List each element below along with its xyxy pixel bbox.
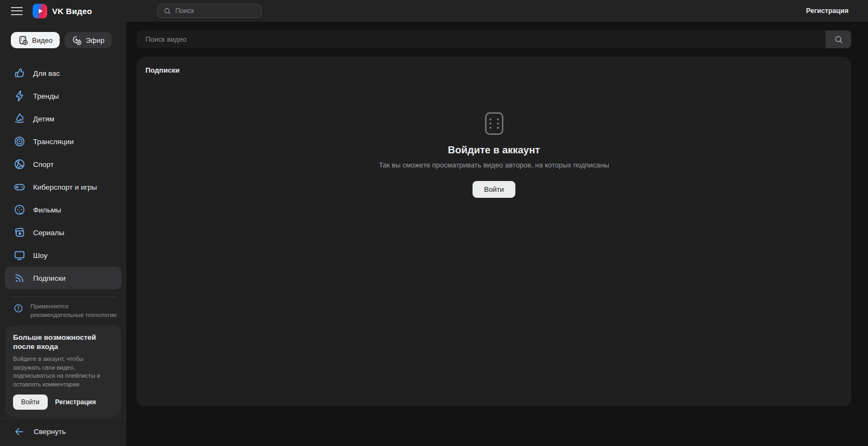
section-title: Подписки <box>137 57 851 74</box>
sidebar-item-label: Спорт <box>33 160 54 169</box>
promo-actions: Войти Регистрация <box>13 395 113 410</box>
sidebar-item-streams[interactable]: Трансляции <box>5 130 122 153</box>
hamburger-menu-button[interactable] <box>11 7 23 15</box>
mode-button-efir-label: Эфир <box>86 36 105 44</box>
mode-switcher: Видео Эфир <box>11 32 121 48</box>
hamburger-line <box>11 10 23 11</box>
arrow-left-icon <box>14 426 25 437</box>
sidebar-item-kids[interactable]: Детям <box>5 107 122 130</box>
video-plus-icon <box>18 35 28 46</box>
main-area: Подписки Войдите в аккаунт Так вы сможет… <box>126 22 868 446</box>
collapse-label: Свернуть <box>34 428 66 436</box>
collapse-sidebar-button[interactable]: Свернуть <box>0 418 126 446</box>
sidebar: Видео Эфир Для вас Тренды Детям Трансляц… <box>0 22 126 446</box>
video-search-bar <box>137 30 851 48</box>
sidebar-item-for-you[interactable]: Для вас <box>5 62 122 85</box>
content-area: Видео Эфир Для вас Тренды Детям Трансляц… <box>0 22 868 446</box>
registration-link[interactable]: Регистрация <box>806 7 848 15</box>
sidebar-item-subscriptions[interactable]: Подписки <box>5 267 122 289</box>
app-logo[interactable]: VK Видео <box>33 4 92 18</box>
sidebar-nav: Для вас Тренды Детям Трансляции Спорт Ки… <box>0 62 126 289</box>
sidebar-item-label: Тренды <box>33 92 59 100</box>
app-root: VK Видео Регистрация Видео <box>0 0 868 446</box>
empty-state: Войдите в аккаунт Так вы сможете просмат… <box>137 112 851 198</box>
promo-title: Больше возможностей после входа <box>13 333 100 352</box>
tv-icon <box>13 249 26 262</box>
subscriptions-panel: Подписки Войдите в аккаунт Так вы сможет… <box>137 57 851 406</box>
recommendation-note-text: Применяются рекомендательные технологии <box>30 302 119 320</box>
stacked-cards-icon <box>13 226 26 239</box>
sidebar-item-label: Подписки <box>33 274 66 282</box>
lightning-icon <box>13 89 26 102</box>
live-target-icon <box>13 135 26 148</box>
mode-button-video[interactable]: Видео <box>11 32 60 48</box>
sidebar-item-series[interactable]: Сериалы <box>5 221 122 244</box>
search-icon <box>163 7 171 15</box>
info-icon <box>13 303 24 314</box>
search-button[interactable] <box>826 30 851 48</box>
sidebar-item-esport[interactable]: Киберспорт и игры <box>5 176 122 198</box>
sidebar-item-label: Для вас <box>33 69 60 77</box>
recommendation-note: Применяются рекомендательные технологии <box>13 302 119 320</box>
promo-login-button[interactable]: Войти <box>13 395 48 410</box>
sidebar-item-trends[interactable]: Тренды <box>5 85 122 107</box>
film-reel-icon <box>13 203 26 216</box>
sidebar-item-label: Трансляции <box>33 138 74 146</box>
basketball-icon <box>13 158 26 171</box>
hamburger-line <box>11 14 23 15</box>
promo-register-button[interactable]: Регистрация <box>55 398 96 406</box>
mode-button-video-label: Видео <box>32 36 53 44</box>
rocking-horse-icon <box>13 112 26 125</box>
app-title: VK Видео <box>52 7 92 16</box>
empty-state-subtitle: Так вы сможете просматривать видео автор… <box>379 161 609 169</box>
gamepad-icon <box>13 180 26 193</box>
live-plus-icon <box>72 35 82 46</box>
hamburger-line <box>11 7 23 8</box>
topbar: VK Видео Регистрация <box>0 0 868 22</box>
search-icon <box>834 35 844 44</box>
mode-button-efir[interactable]: Эфир <box>65 32 112 48</box>
topbar-search-input[interactable] <box>175 7 256 15</box>
sidebar-divider <box>11 296 116 297</box>
topbar-search[interactable] <box>157 4 261 18</box>
empty-state-title: Войдите в аккаунт <box>448 144 540 156</box>
sidebar-item-label: Детям <box>33 115 54 123</box>
sidebar-item-movies[interactable]: Фильмы <box>5 198 122 221</box>
sidebar-item-label: Киберспорт и игры <box>33 183 97 191</box>
login-button[interactable]: Войти <box>473 181 515 198</box>
sidebar-item-label: Шоу <box>33 251 47 260</box>
vk-video-logo-icon <box>33 4 47 18</box>
thumb-up-icon <box>13 67 26 80</box>
sidebar-item-shows[interactable]: Шоу <box>5 244 122 267</box>
sidebar-item-label: Сериалы <box>33 229 64 237</box>
sidebar-item-sport[interactable]: Спорт <box>5 153 122 176</box>
login-promo-card: Больше возможностей после входа Войдите … <box>5 326 121 417</box>
promo-text: Войдите в аккаунт, чтобы загружать свои … <box>13 355 112 389</box>
rss-icon <box>13 272 26 285</box>
video-search-input[interactable] <box>137 30 826 48</box>
sidebar-item-label: Фильмы <box>33 206 61 214</box>
video-file-icon <box>485 112 503 135</box>
